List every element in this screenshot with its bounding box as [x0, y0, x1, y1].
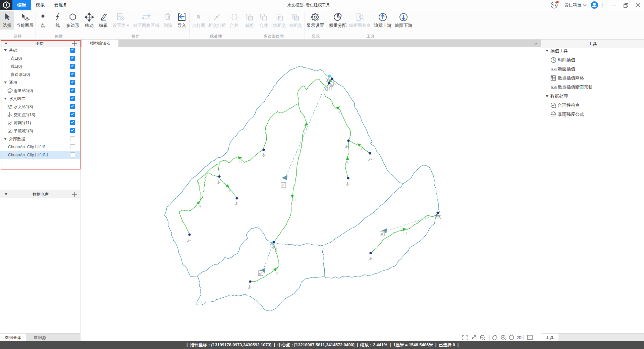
- svg-text:贵仁科技: 贵仁科技: [564, 2, 582, 7]
- svg-text:2D: 2D: [517, 336, 522, 340]
